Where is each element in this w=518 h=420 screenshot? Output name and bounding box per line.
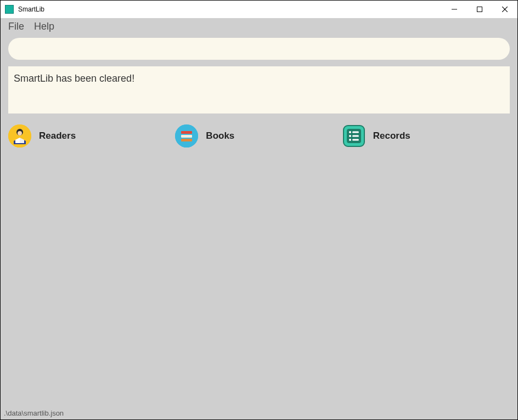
svg-rect-15 — [352, 135, 359, 137]
statusbar: .\data\smartlib.json — [1, 406, 517, 419]
books-icon — [175, 124, 198, 147]
readers-icon — [8, 124, 31, 147]
app-icon — [5, 5, 14, 14]
content-area: SmartLib has been cleared! Readers — [1, 35, 517, 406]
message-panel: SmartLib has been cleared! — [8, 66, 510, 113]
records-icon — [342, 124, 365, 147]
svg-point-14 — [349, 135, 351, 137]
window-title: SmartLib — [18, 5, 442, 13]
menu-help[interactable]: Help — [34, 21, 54, 32]
sections-row: Readers Books — [8, 124, 510, 147]
svg-rect-17 — [352, 139, 359, 141]
svg-rect-8 — [181, 135, 192, 138]
statusbar-path: .\data\smartlib.json — [4, 409, 64, 417]
window-controls — [442, 1, 517, 18]
svg-rect-7 — [181, 131, 192, 134]
section-books: Books — [175, 124, 342, 147]
minimize-button[interactable] — [442, 1, 467, 18]
close-icon — [502, 7, 508, 12]
app-window: SmartLib File Help SmartLib has been cle… — [0, 0, 518, 420]
search-input[interactable] — [8, 38, 510, 60]
menu-file[interactable]: File — [8, 21, 24, 32]
section-readers: Readers — [8, 124, 175, 147]
svg-rect-9 — [181, 139, 192, 141]
svg-rect-1 — [477, 7, 482, 12]
svg-point-12 — [349, 131, 351, 133]
section-records: Records — [342, 124, 509, 147]
maximize-button[interactable] — [467, 1, 492, 18]
close-button[interactable] — [492, 1, 517, 18]
section-records-label: Records — [373, 130, 410, 141]
menubar: File Help — [1, 18, 517, 35]
section-books-label: Books — [206, 130, 234, 141]
svg-rect-13 — [352, 132, 359, 133]
svg-point-5 — [18, 131, 22, 135]
section-readers-label: Readers — [39, 130, 76, 141]
svg-point-16 — [349, 139, 351, 141]
minimize-icon — [452, 7, 457, 12]
message-text: SmartLib has been cleared! — [14, 73, 134, 84]
titlebar: SmartLib — [1, 1, 517, 18]
maximize-icon — [477, 7, 482, 12]
